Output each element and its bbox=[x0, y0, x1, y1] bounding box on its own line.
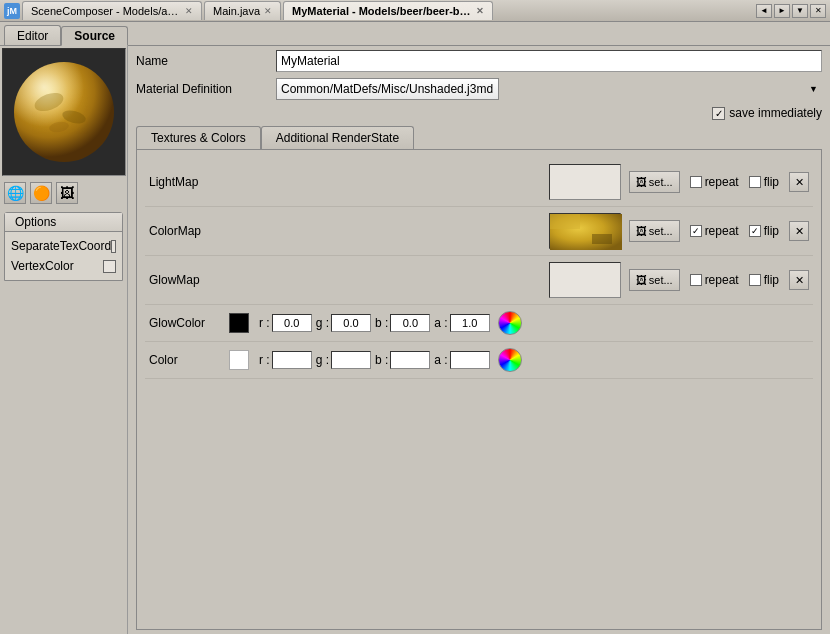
set-icon: 🖼 bbox=[636, 274, 647, 286]
nav-back-button[interactable]: ◄ bbox=[756, 4, 772, 18]
tab-close-icon[interactable]: ✕ bbox=[185, 6, 193, 16]
editor-source-tabs: Editor Source bbox=[0, 22, 830, 46]
name-label: Name bbox=[136, 54, 276, 68]
colormap-repeat-label: repeat bbox=[705, 224, 739, 238]
glowcolor-r-input[interactable] bbox=[272, 314, 312, 332]
svg-rect-8 bbox=[592, 234, 612, 244]
options-tab-label[interactable]: Options bbox=[5, 213, 122, 232]
svg-rect-7 bbox=[550, 214, 580, 229]
glowmap-flip-checkbox[interactable] bbox=[749, 274, 761, 286]
option-vertex-color: VertexColor bbox=[9, 256, 118, 276]
material-def-label: Material Definition bbox=[136, 82, 276, 96]
glowcolor-picker-button[interactable] bbox=[498, 311, 522, 335]
color-picker-button[interactable] bbox=[498, 348, 522, 372]
sphere-preview bbox=[3, 49, 125, 175]
nav-dropdown-button[interactable]: ▼ bbox=[792, 4, 808, 18]
lightmap-delete-button[interactable]: ✕ bbox=[789, 172, 809, 192]
glowcolor-row: GlowColor r : g : b : bbox=[145, 305, 813, 342]
options-panel: Options SeparateTexCoord VertexColor bbox=[4, 212, 123, 281]
lightmap-set-button[interactable]: 🖼 set... bbox=[629, 171, 680, 193]
set-icon: 🖼 bbox=[636, 225, 647, 237]
material-def-select-wrapper: Common/MatDefs/Misc/Unshaded.j3md bbox=[276, 78, 822, 100]
options-label-text: Options bbox=[15, 215, 56, 229]
globe-icon-btn[interactable]: 🌐 bbox=[4, 182, 26, 204]
tab-main-java[interactable]: Main.java ✕ bbox=[204, 1, 281, 20]
glowcolor-a-input[interactable] bbox=[450, 314, 490, 332]
main-layout: 🌐 🟠 🖼 Options SeparateTexCoord VertexCol… bbox=[0, 46, 830, 634]
lightmap-repeat-group: repeat bbox=[690, 175, 739, 189]
colormap-label: ColorMap bbox=[149, 224, 229, 238]
colormap-flip-checkbox[interactable] bbox=[749, 225, 761, 237]
colormap-flip-group: flip bbox=[749, 224, 779, 238]
color-r-label: r : bbox=[259, 353, 270, 367]
glowmap-repeat-label: repeat bbox=[705, 273, 739, 287]
glowmap-repeat-checkbox[interactable] bbox=[690, 274, 702, 286]
colormap-delete-button[interactable]: ✕ bbox=[789, 221, 809, 241]
right-panel: Name Material Definition Common/MatDefs/… bbox=[128, 46, 830, 634]
color-swatch[interactable] bbox=[229, 350, 249, 370]
color-r-input[interactable] bbox=[272, 351, 312, 369]
tab-additional-renderstate[interactable]: Additional RenderState bbox=[261, 126, 414, 149]
vertex-color-label: VertexColor bbox=[11, 259, 74, 273]
nav-forward-button[interactable]: ► bbox=[774, 4, 790, 18]
editor-tab[interactable]: Editor bbox=[4, 25, 61, 45]
glowmap-label: GlowMap bbox=[149, 273, 229, 287]
save-immediately-checkbox[interactable]: ✓ bbox=[712, 107, 725, 120]
glowmap-delete-button[interactable]: ✕ bbox=[789, 270, 809, 290]
color-a-group: a : bbox=[434, 351, 489, 369]
glowmap-flip-group: flip bbox=[749, 273, 779, 287]
set-icon: 🖼 bbox=[636, 176, 647, 188]
preview-toolbar: 🌐 🟠 🖼 bbox=[0, 178, 127, 208]
tab-textures-colors[interactable]: Textures & Colors bbox=[136, 126, 261, 150]
sphere-icon-btn[interactable]: 🟠 bbox=[30, 182, 52, 204]
glowcolor-swatch[interactable] bbox=[229, 313, 249, 333]
colormap-row: ColorMap bbox=[145, 207, 813, 256]
save-immediately-row: ✓ save immediately bbox=[136, 106, 822, 120]
color-g-input[interactable] bbox=[331, 351, 371, 369]
lightmap-flip-group: flip bbox=[749, 175, 779, 189]
lightmap-set-label: set... bbox=[649, 176, 673, 188]
left-panel: 🌐 🟠 🖼 Options SeparateTexCoord VertexCol… bbox=[0, 46, 128, 634]
tab-close-icon[interactable]: ✕ bbox=[264, 6, 272, 16]
material-def-select[interactable]: Common/MatDefs/Misc/Unshaded.j3md bbox=[276, 78, 499, 100]
save-immediately-label: save immediately bbox=[729, 106, 822, 120]
vertex-color-checkbox[interactable] bbox=[103, 260, 116, 273]
name-input[interactable] bbox=[276, 50, 822, 72]
tab-scenecomposer[interactable]: SceneComposer - Models/a/a.mesh.j3o ✕ bbox=[22, 1, 202, 20]
tab-close-icon[interactable]: ✕ bbox=[476, 6, 484, 16]
tab-mymaterial[interactable]: MyMaterial - Models/beer/beer-beer_geom_… bbox=[283, 1, 493, 20]
color-g-label: g : bbox=[316, 353, 329, 367]
color-b-label: b : bbox=[375, 353, 388, 367]
lightmap-preview bbox=[549, 164, 621, 200]
color-a-input[interactable] bbox=[450, 351, 490, 369]
glowcolor-g-group: g : bbox=[316, 314, 371, 332]
glowcolor-b-label: b : bbox=[375, 316, 388, 330]
close-button[interactable]: ✕ bbox=[810, 4, 826, 18]
colormap-preview bbox=[549, 213, 621, 249]
color-b-input[interactable] bbox=[390, 351, 430, 369]
colormap-set-label: set... bbox=[649, 225, 673, 237]
glowmap-set-button[interactable]: 🖼 set... bbox=[629, 269, 680, 291]
window-controls: ◄ ► ▼ ✕ bbox=[756, 4, 826, 18]
delete-icon: ✕ bbox=[795, 176, 804, 189]
glowcolor-label: GlowColor bbox=[149, 316, 229, 330]
glowcolor-b-input[interactable] bbox=[390, 314, 430, 332]
glowcolor-b-group: b : bbox=[375, 314, 430, 332]
source-tab[interactable]: Source bbox=[61, 26, 128, 46]
delete-icon: ✕ bbox=[795, 274, 804, 287]
glowcolor-g-input[interactable] bbox=[331, 314, 371, 332]
editor-tab-label: Editor bbox=[17, 29, 48, 43]
camera-icon-btn[interactable]: 🖼 bbox=[56, 182, 78, 204]
separate-texcoord-checkbox[interactable] bbox=[111, 240, 116, 253]
additional-renderstate-label: Additional RenderState bbox=[276, 131, 399, 145]
textures-colors-label: Textures & Colors bbox=[151, 131, 246, 145]
colormap-repeat-group: repeat bbox=[690, 224, 739, 238]
source-tab-label: Source bbox=[74, 29, 115, 43]
lightmap-repeat-checkbox[interactable] bbox=[690, 176, 702, 188]
colormap-repeat-checkbox[interactable] bbox=[690, 225, 702, 237]
delete-icon: ✕ bbox=[795, 225, 804, 238]
glowmap-repeat-group: repeat bbox=[690, 273, 739, 287]
color-g-group: g : bbox=[316, 351, 371, 369]
colormap-set-button[interactable]: 🖼 set... bbox=[629, 220, 680, 242]
lightmap-flip-checkbox[interactable] bbox=[749, 176, 761, 188]
